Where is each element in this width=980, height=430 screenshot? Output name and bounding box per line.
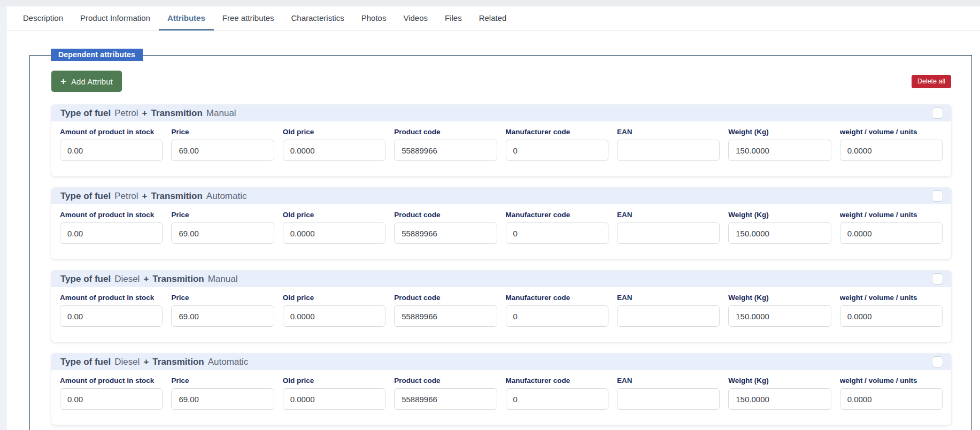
field-label-weight-volume-units: weight / volume / units xyxy=(840,377,943,385)
field-input-old-price[interactable] xyxy=(283,388,385,410)
field-label-old-price: Old price xyxy=(283,211,385,219)
field-label-ean: EAN xyxy=(617,377,720,385)
product-edit-card: Description Product Information Attribut… xyxy=(7,6,980,430)
tab-attributes[interactable]: Attributes xyxy=(159,6,214,30)
tab-videos[interactable]: Videos xyxy=(395,6,436,30)
field-input-old-price[interactable] xyxy=(283,305,385,327)
field-amount-in-stock: Amount of product in stock xyxy=(60,294,163,327)
field-label-price: Price xyxy=(171,128,274,136)
field-label-weight-volume-units: weight / volume / units xyxy=(840,211,943,219)
field-input-old-price[interactable] xyxy=(283,140,385,161)
field-input-amount-in-stock[interactable] xyxy=(60,388,163,410)
field-price: Price xyxy=(171,128,274,161)
tab-product-information[interactable]: Product Information xyxy=(72,6,159,30)
tab-related[interactable]: Related xyxy=(470,6,515,30)
field-input-old-price[interactable] xyxy=(283,222,385,244)
field-label-manufacturer-code: Manufacturer code xyxy=(506,377,608,385)
field-input-product-code[interactable] xyxy=(394,388,497,410)
field-weight-volume-units: weight / volume / units xyxy=(840,294,943,327)
add-attribute-button[interactable]: + Add Attribut xyxy=(51,71,122,92)
field-label-weight-kg: Weight (Kg) xyxy=(728,377,831,385)
attr1-name: Type of fuel xyxy=(60,357,111,367)
field-old-price: Old price xyxy=(283,211,385,244)
delete-all-button[interactable]: Delete all xyxy=(912,75,951,88)
field-ean: EAN xyxy=(617,128,720,161)
section-select-checkbox[interactable] xyxy=(932,190,943,202)
field-input-amount-in-stock[interactable] xyxy=(60,222,163,244)
field-manufacturer-code: Manufacturer code xyxy=(506,128,608,161)
plus-separator: + xyxy=(143,357,149,367)
field-input-weight-volume-units[interactable] xyxy=(840,222,943,244)
tab-characteristics[interactable]: Characteristics xyxy=(283,6,353,30)
field-input-product-code[interactable] xyxy=(394,222,497,244)
attr1-name: Type of fuel xyxy=(60,274,111,284)
plus-separator: + xyxy=(142,191,148,201)
field-input-manufacturer-code[interactable] xyxy=(506,140,608,161)
field-input-ean[interactable] xyxy=(617,305,720,327)
attr1-value: Petrol xyxy=(114,108,138,118)
field-amount-in-stock: Amount of product in stock xyxy=(60,211,163,244)
tab-photos[interactable]: Photos xyxy=(353,6,395,30)
field-input-amount-in-stock[interactable] xyxy=(60,140,163,161)
attr1-value: Petrol xyxy=(114,191,138,201)
attr1-value: Diesel xyxy=(114,357,140,367)
section-select-checkbox[interactable] xyxy=(932,107,943,119)
field-manufacturer-code: Manufacturer code xyxy=(506,294,608,327)
attr2-name: Transmition xyxy=(151,191,203,201)
dependent-attributes-legend: Dependent attributes xyxy=(51,49,143,61)
dependent-attributes-panel: Dependent attributes + Add Attribut Dele… xyxy=(29,55,972,430)
section-fields: Amount of product in stock Price Old pri… xyxy=(51,121,951,176)
field-input-weight-kg[interactable] xyxy=(728,222,831,244)
attribute-sections: Type of fuelPetrol+TransmitionManual Amo… xyxy=(51,105,951,425)
field-input-amount-in-stock[interactable] xyxy=(60,305,163,327)
page-top-strip xyxy=(0,0,980,6)
section-header: Type of fuelDiesel+TransmitionManual xyxy=(51,271,951,287)
field-input-ean[interactable] xyxy=(617,140,720,161)
field-input-weight-kg[interactable] xyxy=(728,140,831,161)
field-weight-kg: Weight (Kg) xyxy=(728,128,831,161)
attr2-name: Transmition xyxy=(151,108,203,118)
field-input-weight-volume-units[interactable] xyxy=(840,140,943,161)
page-left-strip xyxy=(0,6,7,430)
field-old-price: Old price xyxy=(283,377,385,410)
field-input-manufacturer-code[interactable] xyxy=(506,222,608,244)
field-weight-kg: Weight (Kg) xyxy=(728,211,831,244)
field-input-ean[interactable] xyxy=(617,388,720,410)
section-title: Type of fuelDiesel+TransmitionManual xyxy=(60,274,241,285)
field-input-weight-kg[interactable] xyxy=(728,388,831,410)
attr2-value: Automatic xyxy=(208,357,249,367)
attribute-section: Type of fuelPetrol+TransmitionAutomatic … xyxy=(51,188,951,259)
field-weight-kg: Weight (Kg) xyxy=(728,377,831,410)
field-label-weight-kg: Weight (Kg) xyxy=(728,128,831,136)
field-label-amount-in-stock: Amount of product in stock xyxy=(60,377,163,385)
field-input-product-code[interactable] xyxy=(394,305,497,327)
field-input-price[interactable] xyxy=(171,388,274,410)
field-label-weight-volume-units: weight / volume / units xyxy=(840,128,943,136)
field-input-manufacturer-code[interactable] xyxy=(506,388,608,410)
field-input-weight-volume-units[interactable] xyxy=(840,388,943,410)
field-input-manufacturer-code[interactable] xyxy=(506,305,608,327)
field-label-weight-volume-units: weight / volume / units xyxy=(840,294,943,302)
field-product-code: Product code xyxy=(394,294,497,327)
field-input-weight-volume-units[interactable] xyxy=(840,305,943,327)
field-input-product-code[interactable] xyxy=(394,140,497,161)
tab-files[interactable]: Files xyxy=(436,6,470,30)
section-header: Type of fuelPetrol+TransmitionAutomatic xyxy=(51,188,951,204)
field-price: Price xyxy=(171,377,274,410)
field-input-weight-kg[interactable] xyxy=(728,305,831,327)
add-attribute-label: Add Attribut xyxy=(71,77,113,86)
field-label-weight-kg: Weight (Kg) xyxy=(728,211,831,219)
field-input-ean[interactable] xyxy=(617,222,720,244)
field-label-amount-in-stock: Amount of product in stock xyxy=(60,211,163,219)
section-select-checkbox[interactable] xyxy=(932,273,943,285)
field-input-price[interactable] xyxy=(171,140,274,161)
tab-free-attributes[interactable]: Free attributes xyxy=(214,6,283,30)
field-label-ean: EAN xyxy=(617,128,720,136)
field-price: Price xyxy=(171,294,274,327)
field-label-price: Price xyxy=(171,294,274,302)
tab-description[interactable]: Description xyxy=(14,6,72,30)
section-select-checkbox[interactable] xyxy=(932,356,943,367)
field-input-price[interactable] xyxy=(171,222,274,244)
field-input-price[interactable] xyxy=(171,305,274,327)
section-header: Type of fuelDiesel+TransmitionAutomatic xyxy=(51,354,951,370)
